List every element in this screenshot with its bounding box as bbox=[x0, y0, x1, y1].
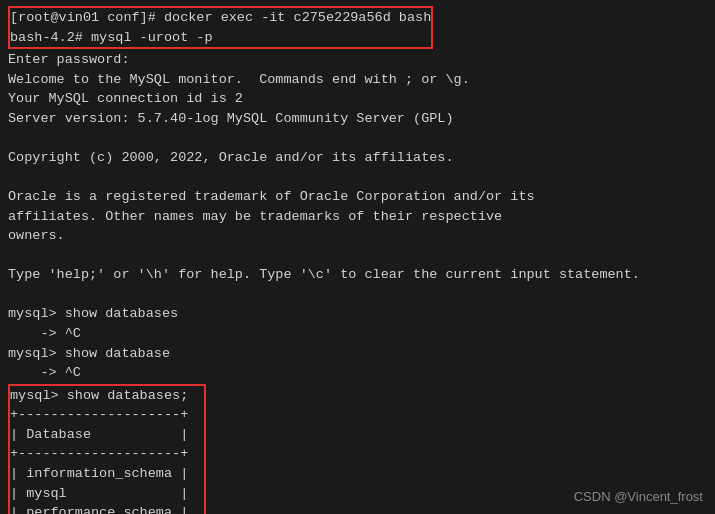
enter-password: Enter password: bbox=[8, 50, 707, 70]
row-mysql: | mysql | bbox=[10, 484, 204, 504]
blank1 bbox=[8, 128, 707, 148]
terminal: [root@vin01 conf]# docker exec -it c275e… bbox=[0, 0, 715, 514]
watermark: CSDN @Vincent_frost bbox=[574, 489, 703, 504]
affiliates: affiliates. Other names may be trademark… bbox=[8, 207, 707, 227]
show-database-attempt2: mysql> show database bbox=[8, 344, 707, 364]
server-version: Server version: 5.7.40-log MySQL Communi… bbox=[8, 109, 707, 129]
help-line: Type 'help;' or '\h' for help. Type '\c'… bbox=[8, 265, 707, 285]
blank4 bbox=[8, 285, 707, 305]
table-header-border: +--------------------+ bbox=[10, 444, 204, 464]
show-databases-attempt1: mysql> show databases bbox=[8, 304, 707, 324]
owners: owners. bbox=[8, 226, 707, 246]
connection-id: Your MySQL connection id is 2 bbox=[8, 89, 707, 109]
cmd-mysql: bash-4.2# mysql -uroot -p bbox=[10, 28, 431, 48]
oracle-trademark: Oracle is a registered trademark of Orac… bbox=[8, 187, 707, 207]
blank2 bbox=[8, 168, 707, 188]
arrow-cancel1: -> ^C bbox=[8, 324, 707, 344]
arrow-cancel2: -> ^C bbox=[8, 363, 707, 383]
table-header: | Database | bbox=[10, 425, 204, 445]
welcome-line: Welcome to the MySQL monitor. Commands e… bbox=[8, 70, 707, 90]
show-databases-cmd: mysql> show databases; bbox=[10, 386, 204, 406]
cmd-docker: [root@vin01 conf]# docker exec -it c275e… bbox=[10, 8, 431, 28]
row-information-schema: | information_schema | bbox=[10, 464, 204, 484]
blank3 bbox=[8, 246, 707, 266]
table-top-border: +--------------------+ bbox=[10, 405, 204, 425]
row-performance-schema: | performance_schema | bbox=[10, 503, 204, 514]
copyright: Copyright (c) 2000, 2022, Oracle and/or … bbox=[8, 148, 707, 168]
